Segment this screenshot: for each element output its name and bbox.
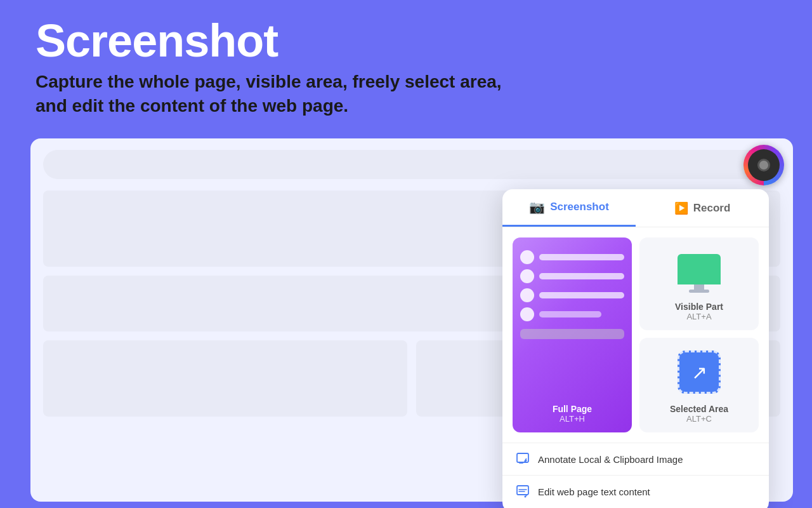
edit-text-icon bbox=[515, 484, 530, 499]
fullpage-shortcut: ALT+H bbox=[560, 414, 585, 424]
right-column: Visible Part ALT+A ↗ Selected Area ALT+C bbox=[639, 237, 759, 432]
screenshot-tab-icon: 📷 bbox=[529, 199, 545, 215]
fp-row-2 bbox=[520, 269, 624, 283]
monitor-screen bbox=[678, 254, 721, 284]
screenshot-popup: 📷 Screenshot ▶️ Record bbox=[502, 189, 769, 508]
visible-shortcut: ALT+A bbox=[686, 312, 711, 321]
fp-circle-3 bbox=[520, 288, 534, 302]
fp-row-1 bbox=[520, 250, 624, 264]
page-title: Screenshot bbox=[36, 18, 780, 64]
selected-area-icon: ↗ bbox=[678, 351, 721, 394]
fp-line-1 bbox=[539, 254, 624, 260]
svg-rect-0 bbox=[517, 453, 528, 462]
fp-circle-1 bbox=[520, 250, 534, 264]
monitor-container bbox=[678, 254, 721, 293]
popup-tabs: 📷 Screenshot ▶️ Record bbox=[502, 189, 769, 227]
selected-shortcut: ALT+C bbox=[686, 414, 712, 424]
page-subtitle: Capture the whole page, visible area, fr… bbox=[36, 70, 780, 118]
annotate-label: Annotate Local & Clipboard Image bbox=[538, 454, 683, 465]
fp-circle-4 bbox=[520, 307, 534, 321]
record-tab-icon: ▶️ bbox=[674, 201, 688, 215]
fullpage-label: Full Page bbox=[553, 404, 592, 414]
fullpage-illustration bbox=[520, 248, 624, 399]
fp-line-3 bbox=[539, 292, 624, 298]
header: Screenshot Capture the whole page, visib… bbox=[0, 0, 812, 131]
annotate-menu-item[interactable]: Annotate Local & Clipboard Image bbox=[502, 443, 769, 475]
camera-button[interactable] bbox=[743, 145, 784, 185]
full-page-option[interactable]: Full Page ALT+H bbox=[513, 237, 632, 432]
edit-text-label: Edit web page text content bbox=[538, 486, 650, 497]
fp-footer-bar bbox=[520, 329, 624, 339]
annotate-icon bbox=[515, 451, 530, 467]
fp-line-2 bbox=[539, 273, 624, 279]
selected-area-option[interactable]: ↗ Selected Area ALT+C bbox=[639, 338, 759, 432]
arrow-icon: ↗ bbox=[691, 361, 707, 384]
fp-row-3 bbox=[520, 288, 624, 302]
visible-part-option[interactable]: Visible Part ALT+A bbox=[639, 237, 759, 330]
screenshot-tab-label: Screenshot bbox=[550, 201, 609, 213]
fp-circle-2 bbox=[520, 269, 534, 283]
edit-text-menu-item[interactable]: Edit web page text content bbox=[502, 475, 769, 507]
camera-button-inner bbox=[748, 149, 780, 181]
monitor-foot bbox=[689, 290, 709, 293]
monitor-neck bbox=[694, 284, 704, 290]
camera-lens bbox=[757, 159, 770, 171]
visible-label: Visible Part bbox=[675, 302, 723, 312]
record-tab-label: Record bbox=[693, 202, 731, 215]
svg-rect-1 bbox=[517, 486, 528, 495]
selected-label: Selected Area bbox=[670, 404, 728, 414]
svg-point-2 bbox=[525, 496, 527, 498]
options-grid: Full Page ALT+H Visible Part ALT+A ↗ Se bbox=[502, 227, 769, 443]
tab-record[interactable]: ▶️ Record bbox=[636, 189, 769, 227]
skeleton-bottom-1 bbox=[43, 340, 407, 417]
address-bar bbox=[43, 150, 780, 179]
tab-screenshot[interactable]: 📷 Screenshot bbox=[502, 189, 636, 227]
fp-line-short-4 bbox=[539, 311, 601, 318]
fp-row-4 bbox=[520, 307, 624, 321]
